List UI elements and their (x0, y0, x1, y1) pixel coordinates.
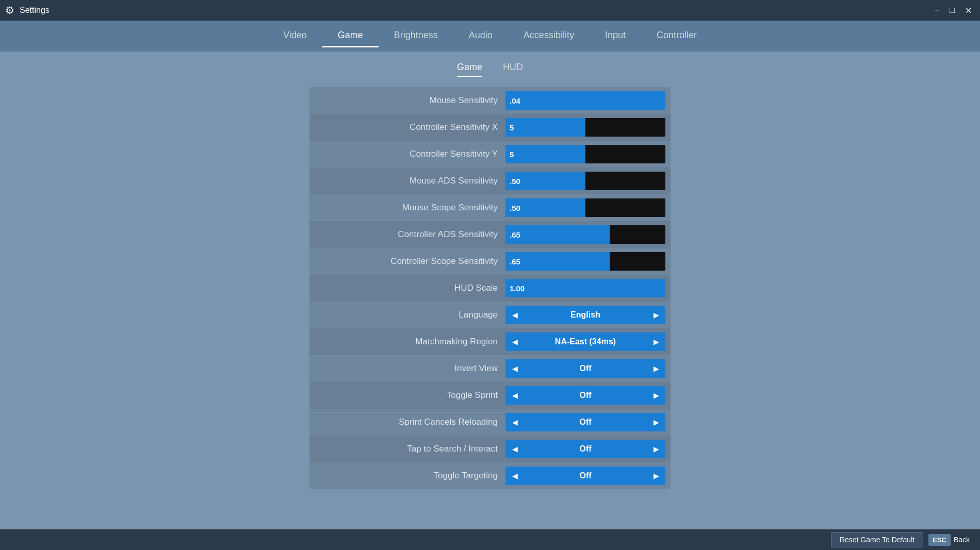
setting-control-mouse-scope-sensitivity[interactable]: .50 (505, 198, 665, 217)
matchmaking-region-value: NA-East (34ms) (524, 332, 647, 351)
setting-row-controller-sensitivity-x: Controller Sensitivity X 5 (309, 114, 671, 141)
reset-game-to-default-button[interactable]: Reset Game To Default (831, 532, 923, 547)
setting-control-mouse-sensitivity[interactable]: .04 (505, 91, 665, 110)
toggle-targeting-next-button[interactable]: ▶ (647, 466, 665, 485)
setting-row-invert-view: Invert View ◀ Off ▶ (309, 355, 671, 382)
invert-view-prev-button[interactable]: ◀ (505, 359, 524, 378)
app-title: Settings (20, 6, 50, 15)
main-content: Game HUD Mouse Sensitivity .04 Controlle… (0, 52, 980, 529)
setting-control-matchmaking-region: ◀ NA-East (34ms) ▶ (505, 332, 665, 351)
settings-panel: Mouse Sensitivity .04 Controller Sensiti… (309, 87, 671, 489)
setting-control-controller-sensitivity-y[interactable]: 5 (505, 145, 665, 163)
setting-row-matchmaking-region: Matchmaking Region ◀ NA-East (34ms) ▶ (309, 328, 671, 355)
sub-tab-game[interactable]: Game (457, 62, 482, 77)
arrow-selector-toggle-targeting: ◀ Off ▶ (505, 466, 665, 485)
setting-label-hud-scale: HUD Scale (315, 283, 505, 293)
arrow-selector-invert-view: ◀ Off ▶ (505, 359, 665, 378)
slider-fill-mouse-scope-sensitivity: .50 (505, 198, 585, 217)
top-nav: Video Game Brightness Audio Accessibilit… (0, 21, 980, 52)
setting-label-mouse-scope-sensitivity: Mouse Scope Sensitivity (315, 203, 505, 213)
setting-row-tap-to-search-interact: Tap to Search / Interact ◀ Off ▶ (309, 436, 671, 462)
setting-control-toggle-sprint: ◀ Off ▶ (505, 386, 665, 405)
setting-label-toggle-sprint: Toggle Sprint (315, 390, 505, 401)
nav-tab-accessibility[interactable]: Accessibility (508, 25, 590, 47)
nav-tab-controller[interactable]: Controller (641, 25, 712, 47)
setting-control-toggle-targeting: ◀ Off ▶ (505, 466, 665, 485)
setting-row-controller-scope-sensitivity: Controller Scope Sensitivity .65 (309, 248, 671, 275)
setting-label-mouse-sensitivity: Mouse Sensitivity (315, 95, 505, 106)
esc-key-label: ESC (928, 534, 951, 546)
setting-row-hud-scale: HUD Scale 1.00 (309, 275, 671, 302)
nav-tab-video[interactable]: Video (268, 25, 322, 47)
settings-icon: ⚙ (5, 4, 14, 16)
slider-fill-mouse-sensitivity: .04 (505, 91, 665, 110)
slider-fill-mouse-ads-sensitivity: .50 (505, 172, 585, 190)
tap-to-search-interact-next-button[interactable]: ▶ (647, 440, 665, 458)
slider-fill-hud-scale: 1.00 (505, 279, 665, 297)
minimize-button[interactable]: − (932, 5, 942, 16)
setting-control-controller-ads-sensitivity[interactable]: .65 (505, 225, 665, 244)
back-label: Back (954, 536, 970, 544)
setting-label-toggle-targeting: Toggle Targeting (315, 471, 505, 481)
setting-row-toggle-sprint: Toggle Sprint ◀ Off ▶ (309, 382, 671, 409)
toggle-sprint-next-button[interactable]: ▶ (647, 386, 665, 405)
invert-view-value: Off (524, 359, 647, 378)
setting-label-mouse-ads-sensitivity: Mouse ADS Sensitivity (315, 176, 505, 186)
arrow-selector-language: ◀ English ▶ (505, 306, 665, 324)
arrow-selector-tap-to-search-interact: ◀ Off ▶ (505, 440, 665, 458)
setting-label-controller-sensitivity-x: Controller Sensitivity X (315, 122, 505, 132)
toggle-targeting-prev-button[interactable]: ◀ (505, 466, 524, 485)
setting-control-hud-scale[interactable]: 1.00 (505, 279, 665, 297)
setting-control-controller-sensitivity-x[interactable]: 5 (505, 118, 665, 137)
toggle-targeting-value: Off (524, 466, 647, 485)
matchmaking-region-next-button[interactable]: ▶ (647, 332, 665, 351)
language-prev-button[interactable]: ◀ (505, 306, 524, 324)
bottom-bar: Reset Game To Default ESC Back (0, 529, 980, 550)
titlebar-left: ⚙ Settings (5, 4, 50, 16)
sprint-cancels-reloading-prev-button[interactable]: ◀ (505, 413, 524, 431)
setting-label-controller-ads-sensitivity: Controller ADS Sensitivity (315, 229, 505, 240)
setting-control-sprint-cancels-reloading: ◀ Off ▶ (505, 413, 665, 431)
setting-row-controller-sensitivity-y: Controller Sensitivity Y 5 (309, 141, 671, 168)
setting-row-mouse-sensitivity: Mouse Sensitivity .04 (309, 87, 671, 114)
toggle-sprint-value: Off (524, 386, 647, 405)
close-button[interactable]: ✕ (962, 5, 975, 16)
setting-label-matchmaking-region: Matchmaking Region (315, 337, 505, 347)
setting-label-controller-scope-sensitivity: Controller Scope Sensitivity (315, 256, 505, 266)
invert-view-next-button[interactable]: ▶ (647, 359, 665, 378)
setting-control-language: ◀ English ▶ (505, 306, 665, 324)
sub-tabs: Game HUD (457, 62, 523, 77)
language-value: English (524, 306, 647, 324)
sprint-cancels-reloading-value: Off (524, 413, 647, 431)
tap-to-search-interact-prev-button[interactable]: ◀ (505, 440, 524, 458)
tap-to-search-interact-value: Off (524, 440, 647, 458)
slider-fill-controller-ads-sensitivity: .65 (505, 225, 610, 244)
slider-fill-controller-scope-sensitivity: .65 (505, 252, 610, 271)
setting-row-mouse-ads-sensitivity: Mouse ADS Sensitivity .50 (309, 168, 671, 194)
nav-tab-game[interactable]: Game (322, 25, 379, 47)
setting-label-language: Language (315, 310, 505, 320)
titlebar-controls: − □ ✕ (932, 5, 975, 16)
setting-control-controller-scope-sensitivity[interactable]: .65 (505, 252, 665, 271)
setting-row-controller-ads-sensitivity: Controller ADS Sensitivity .65 (309, 221, 671, 248)
setting-row-sprint-cancels-reloading: Sprint Cancels Reloading ◀ Off ▶ (309, 409, 671, 436)
sprint-cancels-reloading-next-button[interactable]: ▶ (647, 413, 665, 431)
setting-row-mouse-scope-sensitivity: Mouse Scope Sensitivity .50 (309, 194, 671, 221)
setting-label-controller-sensitivity-y: Controller Sensitivity Y (315, 149, 505, 159)
setting-label-invert-view: Invert View (315, 363, 505, 374)
nav-tab-input[interactable]: Input (590, 25, 641, 47)
language-next-button[interactable]: ▶ (647, 306, 665, 324)
esc-back-group: ESC Back (928, 534, 970, 546)
setting-row-language: Language ◀ English ▶ (309, 302, 671, 328)
toggle-sprint-prev-button[interactable]: ◀ (505, 386, 524, 405)
setting-label-sprint-cancels-reloading: Sprint Cancels Reloading (315, 417, 505, 427)
setting-control-mouse-ads-sensitivity[interactable]: .50 (505, 172, 665, 190)
nav-tab-brightness[interactable]: Brightness (379, 25, 453, 47)
sub-tab-hud[interactable]: HUD (503, 62, 523, 77)
setting-row-toggle-targeting: Toggle Targeting ◀ Off ▶ (309, 462, 671, 489)
matchmaking-region-prev-button[interactable]: ◀ (505, 332, 524, 351)
maximize-button[interactable]: □ (946, 5, 958, 16)
slider-fill-controller-sensitivity-y: 5 (505, 145, 585, 163)
nav-tab-audio[interactable]: Audio (453, 25, 508, 47)
setting-control-invert-view: ◀ Off ▶ (505, 359, 665, 378)
